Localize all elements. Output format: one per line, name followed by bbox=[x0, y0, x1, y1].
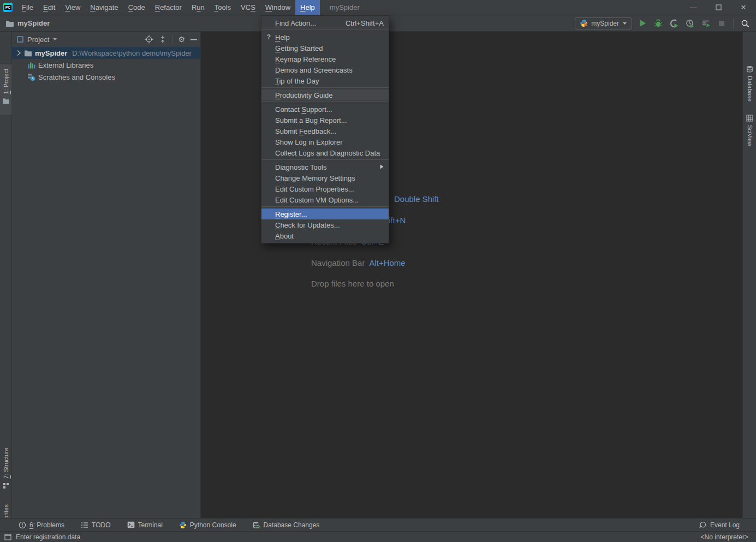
toolwindow-button-terminal[interactable]: Terminal bbox=[127, 521, 163, 529]
interpreter-widget[interactable]: <No interpreter> bbox=[701, 533, 748, 541]
menu-item-demos-and-screencasts[interactable]: Demos and Screencasts bbox=[261, 64, 389, 75]
collapse-all-icon[interactable] bbox=[159, 35, 166, 43]
menu-vcs[interactable]: VCS bbox=[236, 0, 260, 15]
menu-item-help[interactable]: ?Help bbox=[261, 32, 389, 43]
menu-item-collect-logs-and-diagnostic-data[interactable]: Collect Logs and Diagnostic Data bbox=[261, 147, 389, 158]
toolwindow-button-label: Python Console bbox=[190, 521, 236, 529]
menu-item-submit-a-bug-report[interactable]: Submit a Bug Report... bbox=[261, 115, 389, 126]
menu-item-label: Collect Logs and Diagnostic Data bbox=[275, 149, 380, 157]
menu-item-check-for-updates[interactable]: Check for Updates... bbox=[261, 219, 389, 230]
breadcrumb[interactable]: mySpider bbox=[0, 19, 50, 27]
menu-item-edit-custom-vm-options[interactable]: Edit Custom VM Options... bbox=[261, 194, 389, 205]
menu-item-label: Register... bbox=[275, 210, 307, 218]
menu-help[interactable]: Help bbox=[295, 0, 320, 15]
search-everywhere-icon[interactable] bbox=[740, 18, 751, 29]
menu-file[interactable]: File bbox=[17, 0, 38, 15]
right-tool-stripe: Database SciView bbox=[742, 32, 756, 518]
database-check-icon bbox=[253, 521, 260, 529]
close-button[interactable]: ✕ bbox=[731, 0, 756, 15]
sidebar-tab-database[interactable]: Database bbox=[743, 65, 756, 102]
coverage-button[interactable] bbox=[669, 18, 680, 29]
menu-item-label: Find Action... bbox=[275, 19, 316, 27]
menu-item-show-log-in-explorer[interactable]: Show Log in Explorer bbox=[261, 136, 389, 147]
sidebar-tab-structure[interactable]: 7: Structure bbox=[0, 448, 12, 500]
menu-item-label: Contact Support... bbox=[275, 105, 332, 114]
menu-view[interactable]: View bbox=[60, 0, 85, 15]
tree-item-scratches-and-consoles[interactable]: Scratches and Consoles bbox=[12, 71, 200, 83]
menu-refactor[interactable]: Refactor bbox=[150, 0, 187, 15]
run-configuration-name: mySpider bbox=[591, 20, 619, 27]
menu-tools[interactable]: Tools bbox=[210, 0, 236, 15]
menu-item-find-action[interactable]: Find Action...Ctrl+Shift+A bbox=[261, 17, 389, 28]
gear-icon[interactable]: ⚙ bbox=[178, 35, 185, 43]
locate-icon[interactable] bbox=[145, 35, 153, 44]
run-with-configuration-button[interactable] bbox=[700, 18, 711, 29]
menu-item-label: Getting Started bbox=[275, 44, 323, 52]
debug-button[interactable] bbox=[653, 18, 664, 29]
toolwindow-button-python-console[interactable]: Python Console bbox=[179, 521, 236, 529]
minimize-button[interactable]: — bbox=[681, 0, 706, 15]
folder-icon bbox=[2, 98, 10, 104]
toolwindow-button-label: 6: Problems bbox=[29, 521, 64, 529]
tree-item-myspider[interactable]: mySpiderD:\Workspace\python demo\mySpide… bbox=[12, 47, 200, 59]
menu-item-contact-support[interactable]: Contact Support... bbox=[261, 104, 389, 115]
sidebar-tab-sciview[interactable]: SciView bbox=[743, 115, 756, 146]
menu-item-label: Submit a Bug Report... bbox=[275, 116, 347, 124]
stop-button[interactable] bbox=[716, 18, 727, 29]
folder-icon bbox=[5, 20, 14, 27]
maximize-icon bbox=[716, 4, 722, 10]
project-tab-label: 1: Project bbox=[3, 69, 9, 94]
menu-item-keymap-reference[interactable]: Keymap Reference bbox=[261, 53, 389, 64]
menu-separator bbox=[261, 206, 389, 207]
project-tool-window: Project ⚙ mySpiderD:\Workspace\python bbox=[12, 32, 201, 518]
menu-separator bbox=[261, 29, 389, 30]
toolwindow-button-label: Database Changes bbox=[264, 521, 320, 529]
menu-item-getting-started[interactable]: Getting Started bbox=[261, 43, 389, 53]
project-view-select[interactable]: Project bbox=[16, 35, 57, 44]
menu-item-tip-of-the-day[interactable]: Tip of the Day bbox=[261, 75, 389, 86]
menu-item-edit-custom-properties[interactable]: Edit Custom Properties... bbox=[261, 183, 389, 194]
help-icon: ? bbox=[265, 33, 273, 41]
menu-bar: FileEditViewNavigateCodeRefactorRunTools… bbox=[17, 0, 320, 15]
menu-window[interactable]: Window bbox=[260, 0, 295, 15]
profiler-button[interactable] bbox=[684, 18, 695, 29]
hide-panel-icon[interactable] bbox=[191, 39, 197, 40]
project-tree: mySpiderD:\Workspace\python demo\mySpide… bbox=[12, 47, 200, 83]
title-bar: PC FileEditViewNavigateCodeRefactorRunTo… bbox=[0, 0, 756, 15]
tree-item-name: mySpider bbox=[35, 49, 67, 57]
toolwindow-button-label: Terminal bbox=[138, 521, 163, 529]
project-panel-title: Project bbox=[27, 35, 49, 44]
menu-item-diagnostic-tools[interactable]: Diagnostic Tools bbox=[261, 162, 389, 172]
menu-item-productivity-guide[interactable]: Productivity Guide bbox=[261, 90, 389, 100]
status-message-text: Enter registration data bbox=[16, 533, 80, 541]
menu-item-label: Help bbox=[275, 33, 290, 41]
sidebar-tab-project[interactable]: 1: Project bbox=[0, 64, 12, 115]
menu-code[interactable]: Code bbox=[123, 0, 150, 15]
menu-item-label: Edit Custom VM Options... bbox=[275, 196, 359, 204]
run-button[interactable] bbox=[637, 18, 648, 29]
database-tab-label: Database bbox=[747, 76, 753, 102]
menu-item-change-memory-settings[interactable]: Change Memory Settings bbox=[261, 172, 389, 183]
chevron-down-icon bbox=[622, 22, 627, 25]
menu-item-about[interactable]: About bbox=[261, 230, 389, 241]
tree-item-path: D:\Workspace\python demo\mySpider bbox=[72, 49, 192, 57]
menu-item-label: Productivity Guide bbox=[275, 91, 333, 99]
menu-item-register[interactable]: Register... bbox=[261, 209, 389, 219]
chevron-right-icon bbox=[16, 50, 21, 56]
menu-edit[interactable]: Edit bbox=[38, 0, 60, 15]
toolwindow-button-6-problems[interactable]: 6: Problems bbox=[19, 521, 64, 529]
tree-item-external-libraries[interactable]: External Libraries bbox=[12, 59, 200, 71]
toolwindow-button-database-changes[interactable]: Database Changes bbox=[253, 521, 320, 529]
menu-item-submit-feedback[interactable]: Submit Feedback... bbox=[261, 126, 389, 136]
menu-navigate[interactable]: Navigate bbox=[85, 0, 123, 15]
grid-icon bbox=[746, 115, 753, 122]
maximize-button[interactable] bbox=[706, 0, 731, 15]
menu-run[interactable]: Run bbox=[187, 0, 210, 15]
header-separator bbox=[172, 35, 172, 44]
status-message[interactable]: Enter registration data bbox=[4, 533, 80, 541]
toolwindow-button-todo[interactable]: TODO bbox=[81, 521, 110, 529]
event-log-button[interactable]: Event Log bbox=[699, 521, 740, 529]
run-configuration-select[interactable]: mySpider bbox=[575, 17, 632, 29]
breadcrumb-label: mySpider bbox=[17, 19, 50, 27]
menu-item-label: About bbox=[275, 232, 294, 240]
